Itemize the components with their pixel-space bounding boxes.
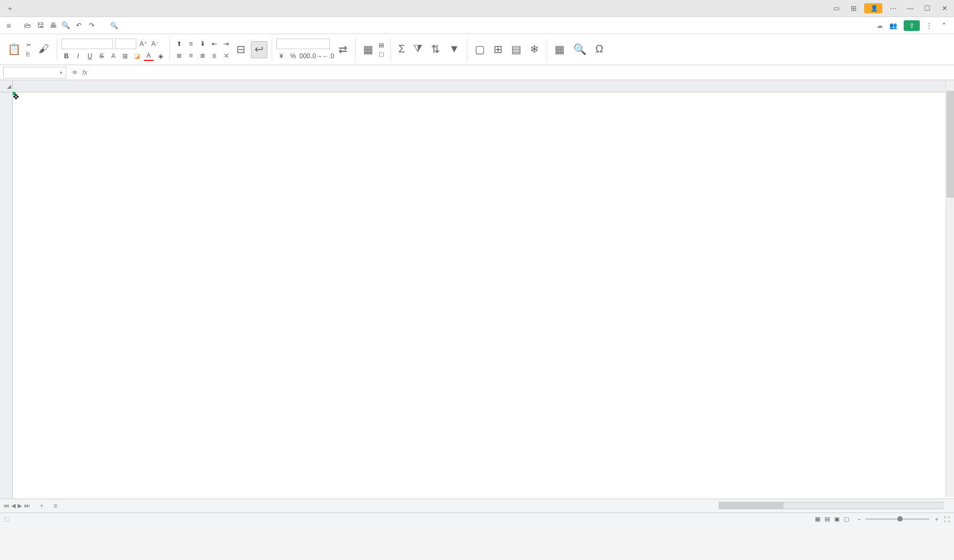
- view-icon-2[interactable]: ▤: [825, 516, 830, 523]
- sheet-button[interactable]: ▤: [508, 42, 525, 58]
- view-icon-3[interactable]: ▣: [834, 516, 840, 523]
- symbol-button[interactable]: Ω: [592, 42, 606, 57]
- redo-icon[interactable]: ↷: [86, 20, 97, 32]
- name-box[interactable]: ▾: [3, 67, 66, 79]
- selectall-corner[interactable]: ◢: [0, 80, 12, 92]
- phonetic-icon[interactable]: ◈: [156, 51, 165, 61]
- bold-icon[interactable]: B: [61, 51, 71, 61]
- type-convert-button[interactable]: ⇄: [335, 42, 351, 58]
- table-style-button[interactable]: ▤: [379, 42, 386, 49]
- find-icon: 🔍: [573, 43, 587, 56]
- increase-font-icon[interactable]: A⁺: [139, 39, 148, 49]
- share-icon: ⇪: [909, 22, 914, 29]
- fx-eye-icon[interactable]: 👁: [72, 69, 78, 76]
- currency-icon[interactable]: ¥: [276, 51, 286, 61]
- view-icon-4[interactable]: ▢: [844, 516, 849, 523]
- record-icon[interactable]: ⬚: [4, 516, 10, 523]
- cell-button[interactable]: ▢: [472, 42, 488, 58]
- rowcol-icon: ⊞: [494, 43, 503, 56]
- merge-button[interactable]: ⊟: [233, 42, 249, 58]
- vertical-scrollbar[interactable]: [945, 80, 954, 497]
- italic-icon[interactable]: I: [73, 51, 83, 61]
- format-brush-button[interactable]: 🖌: [35, 42, 52, 57]
- ribbon: 📋 ✂ ⎘ 🖌 A⁺ A⁻ B I U S A ⊞ ◪ A ◈ ⬆ ≡ ⬇: [0, 34, 954, 65]
- coop-icon: 👥: [889, 22, 897, 29]
- new-tab-button[interactable]: ＋: [3, 2, 16, 15]
- zoom-in-icon[interactable]: ＋: [934, 515, 940, 523]
- copy-button[interactable]: ⎘: [26, 51, 33, 57]
- number-format-select[interactable]: [276, 38, 330, 49]
- dec-decimal-icon[interactable]: ←.0: [324, 51, 333, 61]
- collapse-ribbon-icon[interactable]: ⌃: [938, 20, 950, 32]
- horizontal-scrollbar[interactable]: [719, 502, 943, 509]
- sheet-list-button[interactable]: ≡: [49, 502, 61, 510]
- layout-icon[interactable]: ▭: [830, 2, 843, 15]
- wrap-icon: ↩: [255, 43, 264, 56]
- more-icon[interactable]: ⋮: [923, 20, 935, 32]
- fill-button[interactable]: ▼: [445, 42, 463, 57]
- fx-icon[interactable]: fx: [82, 69, 87, 76]
- save-icon[interactable]: 🖫: [34, 20, 46, 32]
- tabletool-button[interactable]: ▦: [551, 42, 568, 58]
- cut-button[interactable]: ✂: [26, 42, 33, 49]
- add-sheet-button[interactable]: ＋: [34, 501, 49, 510]
- sum-button[interactable]: Σ: [395, 42, 408, 57]
- sort-button[interactable]: ⇅: [428, 42, 443, 58]
- cell-style-button[interactable]: ▢: [379, 51, 386, 58]
- cond-format-button[interactable]: ▦: [360, 42, 376, 58]
- percent-icon[interactable]: %: [288, 51, 298, 61]
- align-top-icon[interactable]: ⬆: [174, 39, 184, 49]
- undo-icon[interactable]: ↶: [73, 20, 84, 32]
- filter-button[interactable]: ⧩: [410, 42, 426, 57]
- fontsize-select[interactable]: [115, 38, 136, 49]
- align-right-icon[interactable]: ≣: [198, 51, 207, 60]
- hamburger-icon[interactable]: ≡: [4, 21, 13, 30]
- underline-icon[interactable]: U: [85, 51, 95, 61]
- indent-left-icon[interactable]: ⇤: [210, 39, 219, 49]
- print-icon[interactable]: 🖶: [47, 20, 59, 32]
- align-left-icon[interactable]: ≣: [174, 51, 184, 60]
- decrease-font-icon[interactable]: A⁻: [150, 39, 160, 49]
- freeze-icon: ❄: [530, 43, 539, 56]
- zoom-slider[interactable]: [865, 518, 929, 520]
- indent-right-icon[interactable]: ⇥: [221, 39, 231, 49]
- distribute-icon[interactable]: ⫼: [210, 51, 219, 60]
- spreadsheet-grid: ◢ ✥: [0, 80, 954, 499]
- maximize-button[interactable]: ☐: [921, 2, 934, 15]
- align-center-icon[interactable]: ≡: [186, 51, 196, 60]
- rowcol-button[interactable]: ⊞: [490, 42, 506, 58]
- paste-button[interactable]: 📋: [4, 42, 24, 58]
- wrap-button[interactable]: ↩: [251, 41, 267, 58]
- fontcolor-icon[interactable]: A: [144, 51, 153, 61]
- font-select[interactable]: [61, 38, 113, 49]
- view-icon-1[interactable]: ▦: [815, 516, 820, 523]
- sort-icon: ⇅: [431, 43, 440, 56]
- thousands-icon[interactable]: 000: [300, 51, 310, 61]
- freeze-button[interactable]: ❄: [527, 42, 542, 58]
- font-style-icon[interactable]: A: [109, 51, 118, 61]
- share-button[interactable]: ⇪: [904, 20, 920, 31]
- sheet-tabs: ⏮ ◀ ▶ ⏭ ＋ ≡: [0, 499, 954, 512]
- strike-icon[interactable]: S: [97, 51, 106, 61]
- border-icon[interactable]: ⊞: [120, 51, 130, 61]
- login-button[interactable]: 👤: [864, 3, 882, 13]
- symbol-icon: Ω: [595, 43, 603, 55]
- inc-decimal-icon[interactable]: .0→: [312, 51, 321, 61]
- fillcolor-icon[interactable]: ◪: [132, 51, 142, 61]
- preview-icon[interactable]: 🔍: [60, 20, 72, 32]
- orientation-icon[interactable]: ⤭: [221, 51, 231, 60]
- align-mid-icon[interactable]: ≡: [186, 39, 196, 49]
- apps-icon[interactable]: ⊞: [847, 2, 860, 15]
- open-icon[interactable]: 🗁: [21, 20, 33, 32]
- close-button[interactable]: ✕: [938, 2, 951, 15]
- find-button[interactable]: 🔍: [570, 42, 590, 58]
- fullscreen-icon[interactable]: ⛶: [944, 516, 950, 523]
- align-bot-icon[interactable]: ⬇: [198, 39, 207, 49]
- zoom-out-icon[interactable]: −: [858, 516, 861, 523]
- sheet-prev-icon[interactable]: ◀: [11, 502, 16, 509]
- sheet-first-icon[interactable]: ⏮: [3, 502, 9, 509]
- settings-icon[interactable]: ⋯: [887, 2, 899, 15]
- sheet-last-icon[interactable]: ⏭: [24, 502, 30, 509]
- minimize-button[interactable]: —: [904, 2, 917, 15]
- sheet-next-icon[interactable]: ▶: [18, 502, 22, 509]
